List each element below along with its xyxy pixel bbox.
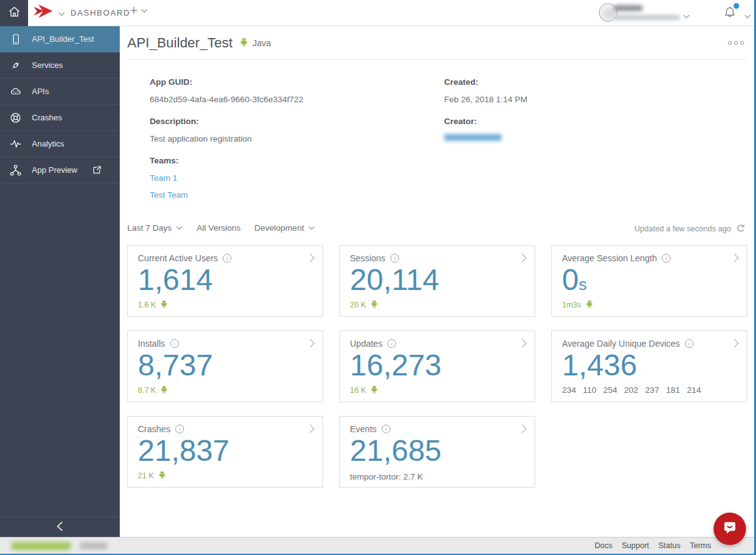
platform-badge: Java bbox=[239, 37, 271, 49]
value-unit: s bbox=[579, 275, 587, 294]
metric-value: 0s bbox=[562, 265, 737, 295]
breakdown-value: 8.7 K bbox=[138, 386, 156, 395]
team-link[interactable]: Test Team bbox=[150, 190, 418, 200]
metric-title: Events bbox=[350, 424, 377, 434]
metric-card-average-daily-unique-devices[interactable]: Average Daily Unique Devices i 1,436 234… bbox=[551, 331, 747, 402]
chevron-right-icon bbox=[521, 424, 527, 436]
footer-link-support[interactable]: Support bbox=[622, 541, 649, 550]
time-range-filter[interactable]: Last 7 Days bbox=[127, 223, 183, 233]
metric-breakdown: 1m3s bbox=[562, 299, 594, 311]
chevron-right-icon bbox=[309, 253, 315, 265]
sidebar-item-analytics[interactable]: Analytics bbox=[0, 131, 120, 157]
footer-link-docs[interactable]: Docs bbox=[594, 541, 612, 550]
dashboard-nav[interactable]: DASHBOARD bbox=[70, 8, 130, 17]
updated-text: Updated a few seconds ago bbox=[634, 224, 731, 233]
metric-card-current-active-users[interactable]: Current Active Users i 1,614 1.6 K bbox=[127, 245, 323, 317]
footer-logo-redacted bbox=[11, 542, 70, 550]
info-icon[interactable]: i bbox=[390, 254, 399, 263]
platform-label: Java bbox=[253, 38, 271, 48]
footer-link-status[interactable]: Status bbox=[659, 541, 681, 550]
metric-card-events[interactable]: Events i 21,685 tempor-tortor: 2.7 K bbox=[339, 416, 535, 488]
sidebar-item-label: APIs bbox=[32, 87, 49, 96]
topbar: DASHBOARD + bbox=[0, 0, 756, 26]
daily-values-row: 234 110 254 202 237 181 214 bbox=[562, 385, 701, 395]
metric-breakdown: 8.7 K bbox=[138, 385, 168, 396]
metric-card-average-session-length[interactable]: Average Session Length i 0s 1m3s bbox=[551, 245, 747, 317]
chat-bubble-icon bbox=[721, 519, 739, 539]
metric-title: Updates bbox=[350, 339, 382, 349]
app-details-left: App GUID: 684b2d59-4afa-4ea6-9660-3fc6e3… bbox=[150, 77, 418, 207]
sidebar-collapse-button[interactable] bbox=[0, 516, 120, 538]
overflow-menu-button[interactable] bbox=[728, 41, 744, 45]
metric-card-installs[interactable]: Installs i 8,737 8.7 K bbox=[127, 331, 323, 402]
chevron-right-icon bbox=[521, 339, 527, 350]
android-icon bbox=[158, 470, 167, 481]
metric-card-sessions[interactable]: Sessions i 20,114 20 K bbox=[339, 245, 535, 317]
metric-cards-grid: Current Active Users i 1,614 1.6 K Sessi bbox=[127, 245, 747, 488]
org-logo-dropdown[interactable] bbox=[32, 4, 65, 23]
sidebar-item-api-builder-test[interactable]: API_Builder_Test bbox=[0, 26, 120, 52]
android-icon bbox=[370, 299, 379, 311]
metric-breakdown: 20 K bbox=[350, 299, 379, 311]
app-details-right: Created: Feb 26, 2018 1:14 PM Creator: bbox=[444, 77, 712, 141]
metric-card-updates[interactable]: Updates i 16,273 16 K bbox=[339, 331, 535, 402]
breakdown-value: 1.6 K bbox=[138, 301, 156, 309]
sidebar-item-apis[interactable]: </> APIs bbox=[0, 79, 120, 105]
team-link[interactable]: Team 1 bbox=[150, 173, 418, 183]
info-icon[interactable]: i bbox=[223, 254, 231, 263]
metric-value: 16,273 bbox=[350, 350, 525, 380]
metric-breakdown: tempor-tortor: 2.7 K bbox=[350, 472, 423, 481]
sidebar-item-services[interactable]: Services bbox=[0, 52, 120, 79]
divider bbox=[127, 59, 747, 60]
chevron-down-icon bbox=[141, 5, 148, 16]
environment-filter[interactable]: Development bbox=[254, 223, 316, 233]
metric-title: Installs bbox=[138, 339, 165, 349]
metric-value: 21,837 bbox=[138, 436, 313, 466]
pulse-icon bbox=[9, 138, 22, 150]
daily-value: 181 bbox=[666, 385, 681, 395]
bell-icon bbox=[722, 11, 737, 22]
chat-button[interactable] bbox=[714, 513, 746, 545]
main-content: API_Builder_Test Java bbox=[120, 26, 754, 538]
refresh-icon[interactable] bbox=[736, 224, 745, 233]
footer: Docs Support Status Terms bbox=[0, 537, 756, 554]
breakdown-value: tempor-tortor: 2.7 K bbox=[350, 472, 423, 481]
creator-label: Creator: bbox=[444, 117, 712, 126]
metric-title: Current Active Users bbox=[138, 253, 218, 263]
info-icon[interactable]: i bbox=[175, 425, 184, 433]
metric-value: 20,114 bbox=[350, 265, 525, 295]
sidebar-item-app-preview[interactable]: App Preview bbox=[0, 157, 120, 183]
updated-status: Updated a few seconds ago bbox=[634, 224, 745, 233]
metric-value: 1,436 bbox=[562, 350, 737, 380]
android-icon bbox=[370, 385, 379, 396]
info-icon[interactable]: i bbox=[662, 254, 671, 263]
android-icon bbox=[160, 299, 168, 311]
notifications-button[interactable] bbox=[722, 5, 739, 21]
metric-breakdown: 1.6 K bbox=[138, 299, 168, 311]
info-icon[interactable]: i bbox=[170, 339, 179, 348]
brand-logo-icon bbox=[32, 4, 54, 23]
sidebar-item-crashes[interactable]: Crashes bbox=[0, 105, 120, 131]
creator-link-redacted[interactable] bbox=[444, 134, 502, 141]
dot-icon bbox=[740, 41, 744, 45]
add-app-button[interactable]: + bbox=[130, 4, 148, 17]
footer-link-terms[interactable]: Terms bbox=[690, 541, 711, 550]
page-title: API_Builder_Test bbox=[127, 35, 233, 51]
svg-text:</>: </> bbox=[13, 90, 18, 94]
notification-badge bbox=[734, 3, 739, 9]
chevron-left-icon bbox=[57, 521, 63, 534]
sidebar-item-label: Crashes bbox=[32, 113, 62, 122]
metric-card-crashes[interactable]: Crashes i 21,837 21 K bbox=[127, 416, 323, 488]
info-icon[interactable]: i bbox=[685, 339, 694, 348]
versions-filter[interactable]: All Versions bbox=[196, 223, 241, 233]
daily-value: 234 bbox=[562, 385, 576, 395]
external-link-icon bbox=[92, 165, 102, 175]
daily-value: 237 bbox=[645, 385, 659, 395]
home-button[interactable] bbox=[0, 0, 28, 26]
chevron-down-icon bbox=[176, 223, 183, 233]
versions-value: All Versions bbox=[196, 223, 241, 233]
info-icon[interactable]: i bbox=[387, 339, 396, 348]
filter-bar: Last 7 Days All Versions Development bbox=[127, 223, 315, 233]
info-icon[interactable]: i bbox=[382, 425, 390, 433]
chevron-down-icon[interactable] bbox=[744, 11, 751, 22]
